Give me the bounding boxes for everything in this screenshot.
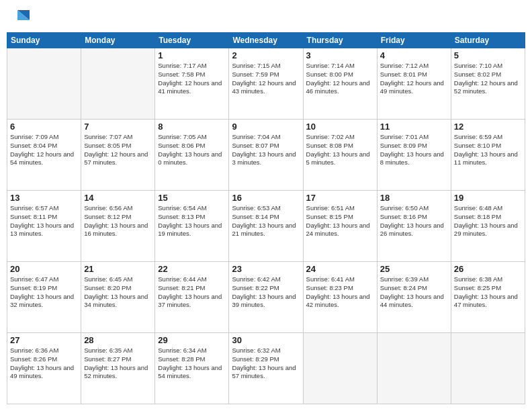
day-info: Sunrise: 7:07 AM Sunset: 8:05 PM Dayligh… [84,133,152,167]
calendar-cell: 23Sunrise: 6:42 AM Sunset: 8:22 PM Dayli… [229,262,303,333]
day-number: 4 [380,50,448,60]
day-info: Sunrise: 6:42 AM Sunset: 8:22 PM Dayligh… [232,275,300,310]
day-number: 8 [158,122,226,132]
calendar-cell: 30Sunrise: 6:32 AM Sunset: 8:29 PM Dayli… [229,333,303,404]
day-info: Sunrise: 6:44 AM Sunset: 8:21 PM Dayligh… [158,275,226,310]
column-header-saturday: Saturday [451,33,525,48]
day-number: 13 [10,193,78,203]
calendar-cell: 28Sunrise: 6:35 AM Sunset: 8:27 PM Dayli… [81,333,155,404]
day-info: Sunrise: 6:48 AM Sunset: 8:18 PM Dayligh… [454,204,522,238]
day-number: 9 [232,122,300,132]
day-number: 10 [306,122,374,132]
calendar-cell: 19Sunrise: 6:48 AM Sunset: 8:18 PM Dayli… [451,191,525,262]
calendar-table: SundayMondayTuesdayWednesdayThursdayFrid… [7,32,525,404]
day-info: Sunrise: 6:35 AM Sunset: 8:27 PM Dayligh… [84,347,152,381]
day-number: 18 [380,193,448,203]
day-number: 25 [380,264,448,274]
day-info: Sunrise: 6:47 AM Sunset: 8:19 PM Dayligh… [10,275,78,310]
column-header-thursday: Thursday [303,33,377,48]
day-number: 26 [454,264,522,274]
day-number: 17 [306,193,374,203]
calendar-cell: 13Sunrise: 6:57 AM Sunset: 8:11 PM Dayli… [7,191,81,262]
calendar-cell: 21Sunrise: 6:45 AM Sunset: 8:20 PM Dayli… [81,262,155,333]
day-info: Sunrise: 6:34 AM Sunset: 8:28 PM Dayligh… [158,347,226,381]
calendar-header-row: SundayMondayTuesdayWednesdayThursdayFrid… [7,33,525,48]
calendar-cell: 20Sunrise: 6:47 AM Sunset: 8:19 PM Dayli… [7,262,81,333]
day-number: 11 [380,122,448,132]
column-header-tuesday: Tuesday [155,33,229,48]
day-info: Sunrise: 6:51 AM Sunset: 8:15 PM Dayligh… [306,204,374,238]
day-info: Sunrise: 6:36 AM Sunset: 8:26 PM Dayligh… [10,347,78,381]
column-header-friday: Friday [377,33,451,48]
day-info: Sunrise: 6:50 AM Sunset: 8:16 PM Dayligh… [380,204,448,238]
calendar-cell: 17Sunrise: 6:51 AM Sunset: 8:15 PM Dayli… [303,191,377,262]
header [7,7,525,27]
day-number: 5 [454,50,522,60]
day-info: Sunrise: 6:54 AM Sunset: 8:13 PM Dayligh… [158,204,226,238]
day-info: Sunrise: 7:09 AM Sunset: 8:04 PM Dayligh… [10,133,78,167]
day-info: Sunrise: 7:17 AM Sunset: 7:58 PM Dayligh… [158,62,226,96]
day-number: 24 [306,264,374,274]
day-info: Sunrise: 7:02 AM Sunset: 8:08 PM Dayligh… [306,133,374,167]
page: SundayMondayTuesdayWednesdayThursdayFrid… [0,0,532,411]
day-number: 7 [84,122,152,132]
calendar-cell: 16Sunrise: 6:53 AM Sunset: 8:14 PM Dayli… [229,191,303,262]
calendar-cell: 3Sunrise: 7:14 AM Sunset: 8:00 PM Daylig… [303,48,377,120]
calendar-cell: 18Sunrise: 6:50 AM Sunset: 8:16 PM Dayli… [377,191,451,262]
day-number: 2 [232,50,300,60]
calendar-cell: 14Sunrise: 6:56 AM Sunset: 8:12 PM Dayli… [81,191,155,262]
day-number: 16 [232,193,300,203]
calendar-cell: 15Sunrise: 6:54 AM Sunset: 8:13 PM Dayli… [155,191,229,262]
calendar-cell: 22Sunrise: 6:44 AM Sunset: 8:21 PM Dayli… [155,262,229,333]
calendar-cell: 4Sunrise: 7:12 AM Sunset: 8:01 PM Daylig… [377,48,451,120]
column-header-sunday: Sunday [7,33,81,48]
day-info: Sunrise: 6:59 AM Sunset: 8:10 PM Dayligh… [454,133,522,167]
day-info: Sunrise: 7:04 AM Sunset: 8:07 PM Dayligh… [232,133,300,167]
day-info: Sunrise: 6:53 AM Sunset: 8:14 PM Dayligh… [232,204,300,238]
day-info: Sunrise: 6:56 AM Sunset: 8:12 PM Dayligh… [84,204,152,238]
calendar-week-row: 6Sunrise: 7:09 AM Sunset: 8:04 PM Daylig… [7,120,525,191]
day-number: 20 [10,264,78,274]
calendar-cell: 24Sunrise: 6:41 AM Sunset: 8:23 PM Dayli… [303,262,377,333]
calendar-cell [81,48,155,120]
calendar-cell [303,333,377,404]
calendar-cell: 9Sunrise: 7:04 AM Sunset: 8:07 PM Daylig… [229,120,303,191]
day-number: 3 [306,50,374,60]
day-number: 12 [454,122,522,132]
calendar-cell: 7Sunrise: 7:07 AM Sunset: 8:05 PM Daylig… [81,120,155,191]
day-number: 15 [158,193,226,203]
day-info: Sunrise: 6:45 AM Sunset: 8:20 PM Dayligh… [84,275,152,310]
calendar-cell: 29Sunrise: 6:34 AM Sunset: 8:28 PM Dayli… [155,333,229,404]
calendar-cell: 5Sunrise: 7:10 AM Sunset: 8:02 PM Daylig… [451,48,525,120]
calendar-week-row: 27Sunrise: 6:36 AM Sunset: 8:26 PM Dayli… [7,333,525,404]
day-info: Sunrise: 7:14 AM Sunset: 8:00 PM Dayligh… [306,62,374,96]
day-number: 22 [158,264,226,274]
day-number: 19 [454,193,522,203]
day-number: 27 [10,335,78,345]
calendar-week-row: 1Sunrise: 7:17 AM Sunset: 7:58 PM Daylig… [7,48,525,120]
column-header-wednesday: Wednesday [229,33,303,48]
calendar-cell: 12Sunrise: 6:59 AM Sunset: 8:10 PM Dayli… [451,120,525,191]
calendar-cell: 26Sunrise: 6:38 AM Sunset: 8:25 PM Dayli… [451,262,525,333]
calendar-cell: 11Sunrise: 7:01 AM Sunset: 8:09 PM Dayli… [377,120,451,191]
day-number: 14 [84,193,152,203]
day-info: Sunrise: 6:41 AM Sunset: 8:23 PM Dayligh… [306,275,374,310]
day-info: Sunrise: 7:01 AM Sunset: 8:09 PM Dayligh… [380,133,448,167]
day-info: Sunrise: 7:10 AM Sunset: 8:02 PM Dayligh… [454,62,522,96]
calendar-cell [7,48,81,120]
calendar-cell [377,333,451,404]
logo [7,7,31,27]
calendar-cell: 8Sunrise: 7:05 AM Sunset: 8:06 PM Daylig… [155,120,229,191]
day-number: 29 [158,335,226,345]
day-info: Sunrise: 6:38 AM Sunset: 8:25 PM Dayligh… [454,275,522,310]
calendar-cell: 10Sunrise: 7:02 AM Sunset: 8:08 PM Dayli… [303,120,377,191]
day-info: Sunrise: 6:39 AM Sunset: 8:24 PM Dayligh… [380,275,448,310]
day-info: Sunrise: 7:12 AM Sunset: 8:01 PM Dayligh… [380,62,448,96]
calendar-cell: 27Sunrise: 6:36 AM Sunset: 8:26 PM Dayli… [7,333,81,404]
calendar-week-row: 20Sunrise: 6:47 AM Sunset: 8:19 PM Dayli… [7,262,525,333]
calendar-cell: 2Sunrise: 7:15 AM Sunset: 7:59 PM Daylig… [229,48,303,120]
column-header-monday: Monday [81,33,155,48]
day-number: 30 [232,335,300,345]
calendar-cell: 25Sunrise: 6:39 AM Sunset: 8:24 PM Dayli… [377,262,451,333]
day-number: 1 [158,50,226,60]
